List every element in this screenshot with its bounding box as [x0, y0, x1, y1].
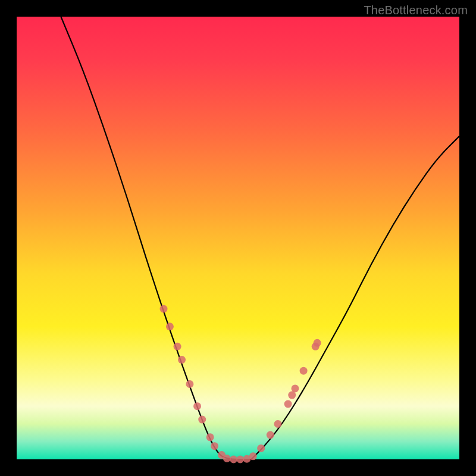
data-dot	[186, 380, 193, 388]
data-dot	[267, 431, 274, 439]
data-dot	[249, 452, 257, 460]
data-dot	[257, 444, 265, 452]
data-dot	[300, 367, 308, 375]
data-dot	[284, 400, 292, 408]
data-dot	[291, 384, 299, 392]
data-dot	[174, 343, 181, 350]
plot-frame	[17, 17, 459, 459]
plot-svg	[17, 17, 459, 459]
data-dot	[274, 420, 281, 428]
data-dot	[223, 455, 231, 462]
data-dot	[288, 392, 296, 399]
data-dot	[166, 322, 174, 330]
data-dot	[236, 456, 244, 464]
data-dot	[193, 402, 201, 410]
data-dot	[230, 456, 237, 464]
dots-group	[160, 305, 321, 464]
curve-group	[61, 17, 459, 459]
data-dot	[206, 433, 214, 441]
data-dot	[198, 416, 206, 424]
data-dot	[160, 305, 168, 313]
watermark: TheBottleneck.com	[364, 4, 468, 17]
data-dot	[211, 442, 218, 450]
data-dot	[314, 339, 321, 347]
bottleneck-curve	[61, 17, 459, 459]
data-dot	[178, 356, 186, 364]
